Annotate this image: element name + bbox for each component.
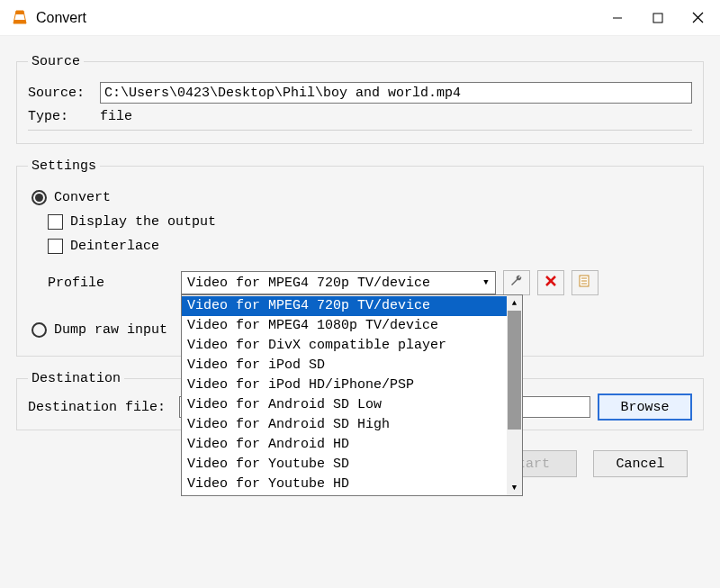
new-document-icon (578, 274, 592, 293)
profile-option[interactable]: Video for iPod HD/iPhone/PSP (182, 375, 507, 395)
profile-option[interactable]: Video for iPod SD (182, 356, 507, 375)
maximize-button[interactable] (637, 4, 678, 32)
source-label: Source: (28, 86, 100, 101)
profile-option-list: Video for MPEG4 720p TV/deviceVideo for … (182, 295, 507, 495)
source-input[interactable] (100, 82, 692, 104)
convert-radio-row[interactable]: Convert (32, 190, 692, 205)
display-output-row[interactable]: Display the output (32, 214, 692, 230)
close-button[interactable] (678, 4, 718, 32)
profile-combobox[interactable]: Video for MPEG4 720p TV/device ▼ Video f… (181, 271, 496, 294)
vlc-app-icon (11, 9, 29, 27)
source-legend: Source (28, 54, 84, 69)
svg-rect-1 (653, 14, 662, 23)
convert-radio-label: Convert (54, 190, 111, 205)
type-value: file (100, 109, 132, 124)
x-icon (544, 275, 557, 292)
type-label: Type: (28, 109, 100, 124)
profile-option[interactable]: Video for Android HD (182, 435, 507, 455)
edit-profile-button[interactable] (503, 270, 530, 295)
convert-radio[interactable] (32, 190, 47, 205)
browse-button[interactable]: Browse (598, 394, 692, 421)
minimize-button[interactable] (597, 4, 637, 32)
window-title: Convert (36, 10, 86, 26)
settings-legend: Settings (28, 158, 100, 174)
display-output-checkbox[interactable] (48, 214, 63, 230)
new-profile-button[interactable] (572, 270, 598, 295)
profile-option[interactable]: Video for MPEG4 1080p TV/device (182, 316, 507, 336)
titlebar: Convert (0, 0, 720, 36)
profile-dropdown: Video for MPEG4 720p TV/deviceVideo for … (181, 294, 523, 496)
display-output-label: Display the output (70, 214, 216, 230)
destination-legend: Destination (28, 371, 124, 386)
settings-group: Settings Convert Display the output Dein… (16, 158, 704, 357)
delete-profile-button[interactable] (537, 270, 564, 295)
destination-label: Destination file: (28, 400, 172, 415)
profile-option[interactable]: Video for Youtube SD (182, 455, 507, 475)
profile-option[interactable]: Video for MPEG4 720p TV/device (182, 296, 507, 316)
wrench-icon (509, 274, 524, 293)
profile-option[interactable]: Video for Youtube HD (182, 475, 507, 494)
source-group: Source Source: Type: file (16, 54, 704, 144)
dropdown-scrollbar[interactable]: ▲ ▼ (507, 295, 522, 495)
deinterlace-checkbox[interactable] (48, 239, 63, 254)
deinterlace-row[interactable]: Deinterlace (32, 239, 692, 254)
scroll-up-icon[interactable]: ▲ (507, 295, 522, 311)
scroll-thumb[interactable] (508, 311, 521, 430)
scroll-down-icon[interactable]: ▼ (507, 480, 522, 495)
chevron-down-icon[interactable]: ▼ (478, 273, 494, 293)
dump-raw-radio[interactable] (32, 322, 47, 338)
profile-label: Profile (48, 276, 174, 291)
profile-option[interactable]: Video for Android SD Low (182, 395, 507, 415)
profile-option[interactable]: Video for Android SD High (182, 415, 507, 435)
deinterlace-label: Deinterlace (70, 239, 159, 254)
profile-selected-value[interactable]: Video for MPEG4 720p TV/device (181, 271, 496, 294)
cancel-button[interactable]: Cancel (593, 450, 688, 477)
dump-raw-label: Dump raw input (54, 322, 167, 338)
profile-option[interactable]: Video for DivX compatible player (182, 336, 507, 356)
